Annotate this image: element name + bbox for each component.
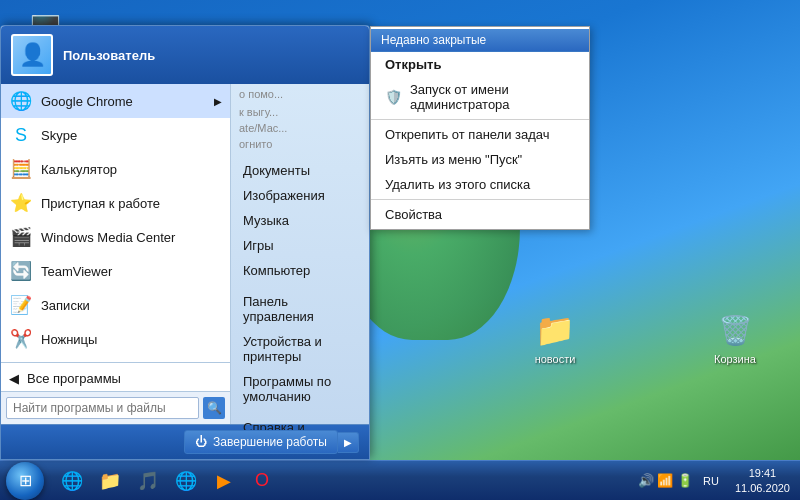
chrome-label: Google Chrome <box>41 94 133 109</box>
desktop-icon-news[interactable]: 📁 новости <box>520 310 590 365</box>
work-label: Приступая к работе <box>41 196 160 211</box>
user-avatar: 👤 <box>11 34 53 76</box>
recycle-icon-label: Корзина <box>714 353 756 365</box>
right-item-games[interactable]: Игры <box>231 233 369 258</box>
start-menu-body: 🌐 Google Chrome ▶ S Skype 🧮 Калькулятор … <box>1 84 369 424</box>
shutdown-arrow-button[interactable]: ▶ <box>338 432 359 453</box>
shutdown-button[interactable]: ⏻ Завершение работы <box>184 430 338 454</box>
teamviewer-label: TeamViewer <box>41 264 112 279</box>
start-menu-items-list: 🌐 Google Chrome ▶ S Skype 🧮 Калькулятор … <box>1 84 230 359</box>
all-programs-label: Все программы <box>27 371 121 386</box>
shutdown-label: Завершение работы <box>213 435 327 449</box>
work-icon: ⭐ <box>9 191 33 215</box>
start-item-chrome[interactable]: 🌐 Google Chrome ▶ <box>1 84 230 118</box>
desktop: 🖥️ Компьютер 📁 новости 🗑️ Корзина 👤 Поль… <box>0 0 800 500</box>
start-item-scissors[interactable]: ✂️ Ножницы <box>1 322 230 356</box>
calc-label: Калькулятор <box>41 162 117 177</box>
context-menu: Недавно закрытые Открыть 🛡️ Запуск от им… <box>370 26 590 230</box>
context-run-admin[interactable]: 🛡️ Запуск от имени администратора <box>371 77 589 117</box>
right-partial-3: ate/Мас... <box>231 120 369 136</box>
chrome-icon: 🌐 <box>9 89 33 113</box>
taskbar-opera[interactable]: O <box>244 464 280 498</box>
taskbar-clock: 19:41 11.06.2020 <box>729 466 796 495</box>
chrome-arrow: ▶ <box>214 96 222 107</box>
notes-label: Записки <box>41 298 90 313</box>
start-item-calc[interactable]: 🧮 Калькулятор <box>1 152 230 186</box>
divider-all-programs <box>1 362 230 363</box>
recycle-bin-icon: 🗑️ <box>715 310 755 350</box>
right-partial-1: о помо... <box>231 84 369 104</box>
desktop-icon-recycle[interactable]: 🗑️ Корзина <box>700 310 770 365</box>
right-item-control[interactable]: Панель управления <box>231 289 369 329</box>
start-item-notes[interactable]: 📝 Записки <box>1 288 230 322</box>
scissors-label: Ножницы <box>41 332 97 347</box>
start-item-work[interactable]: ⭐ Приступая к работе <box>1 186 230 220</box>
right-item-defaults[interactable]: Программы по умолчанию <box>231 369 369 409</box>
taskbar-explorer[interactable]: 📁 <box>92 464 128 498</box>
start-item-wmc[interactable]: 🎬 Windows Media Center <box>1 220 230 254</box>
right-item-devices[interactable]: Устройства и принтеры <box>231 329 369 369</box>
context-properties[interactable]: Свойства <box>371 202 589 227</box>
context-open[interactable]: Открыть <box>371 52 589 77</box>
start-button[interactable] <box>0 461 50 501</box>
taskbar-apps: 🌐 📁 🎵 🌐 ▶ O <box>50 461 284 500</box>
delete-list-label: Удалить из этого списка <box>385 177 530 192</box>
news-icon-label: новости <box>535 353 576 365</box>
start-item-teamviewer[interactable]: 🔄 TeamViewer <box>1 254 230 288</box>
taskbar-time: 19:41 <box>735 466 790 480</box>
right-item-docs[interactable]: Документы <box>231 158 369 183</box>
taskbar-tray: 🔊 📶 🔋 <box>638 473 693 488</box>
vlc-taskbar-icon: ▶ <box>217 470 231 492</box>
right-partial-4: огнито <box>231 136 369 152</box>
start-menu-bottom: ⏻ Завершение работы ▶ <box>1 424 369 459</box>
media-icon: 🎵 <box>137 470 159 492</box>
start-menu: 👤 Пользователь 🌐 Google Chrome ▶ S Skype <box>0 25 370 460</box>
taskbar-vlc[interactable]: ▶ <box>206 464 242 498</box>
right-item-music[interactable]: Музыка <box>231 208 369 233</box>
start-item-paint[interactable]: 🎨 Paint ▶ <box>1 356 230 359</box>
taskbar-chrome[interactable]: 🌐 <box>168 464 204 498</box>
context-remove-menu[interactable]: Изъять из меню "Пуск" <box>371 147 589 172</box>
taskbar: 🌐 📁 🎵 🌐 ▶ O 🔊 📶 🔋 RU 1 <box>0 460 800 500</box>
start-menu-left-panel: 🌐 Google Chrome ▶ S Skype 🧮 Калькулятор … <box>1 84 231 424</box>
start-orb-icon <box>6 462 44 500</box>
right-item-images[interactable]: Изображения <box>231 183 369 208</box>
shutdown-icon: ⏻ <box>195 435 207 449</box>
taskbar-date: 11.06.2020 <box>735 481 790 495</box>
unpin-taskbar-label: Открепить от панели задач <box>385 127 550 142</box>
open-label: Открыть <box>385 57 441 72</box>
notes-icon: 📝 <box>9 293 33 317</box>
search-box: 🔍 <box>1 391 230 424</box>
context-divider-1 <box>371 119 589 120</box>
context-unpin-taskbar[interactable]: Открепить от панели задач <box>371 122 589 147</box>
chrome-taskbar-icon: 🌐 <box>175 470 197 492</box>
wmc-label: Windows Media Center <box>41 230 175 245</box>
search-button[interactable]: 🔍 <box>203 397 225 419</box>
skype-icon: S <box>9 123 33 147</box>
run-admin-label: Запуск от имени администратора <box>410 82 575 112</box>
start-item-skype[interactable]: S Skype <box>1 118 230 152</box>
right-partial-2: к выгу... <box>231 104 369 120</box>
user-name: Пользователь <box>63 48 155 63</box>
context-delete-list[interactable]: Удалить из этого списка <box>371 172 589 197</box>
start-menu-header: 👤 Пользователь <box>1 26 369 84</box>
news-folder-icon: 📁 <box>535 310 575 350</box>
remove-menu-label: Изъять из меню "Пуск" <box>385 152 522 167</box>
start-menu-right-panel: о помо... к выгу... ate/Мас... огнито До… <box>231 84 369 424</box>
scissors-icon: ✂️ <box>9 327 33 351</box>
right-item-computer[interactable]: Компьютер <box>231 258 369 283</box>
teamviewer-icon: 🔄 <box>9 259 33 283</box>
all-programs-item[interactable]: ◀ Все программы <box>1 366 230 391</box>
wmc-icon: 🎬 <box>9 225 33 249</box>
skype-label: Skype <box>41 128 77 143</box>
taskbar-media[interactable]: 🎵 <box>130 464 166 498</box>
search-input[interactable] <box>6 397 199 419</box>
all-programs-arrow: ◀ <box>9 371 19 386</box>
opera-taskbar-icon: O <box>255 470 269 491</box>
shield-icon: 🛡️ <box>385 89 402 105</box>
properties-label: Свойства <box>385 207 442 222</box>
ie-icon: 🌐 <box>61 470 83 492</box>
explorer-icon: 📁 <box>99 470 121 492</box>
tray-icons: 🔊 📶 🔋 <box>638 473 693 488</box>
taskbar-ie[interactable]: 🌐 <box>54 464 90 498</box>
